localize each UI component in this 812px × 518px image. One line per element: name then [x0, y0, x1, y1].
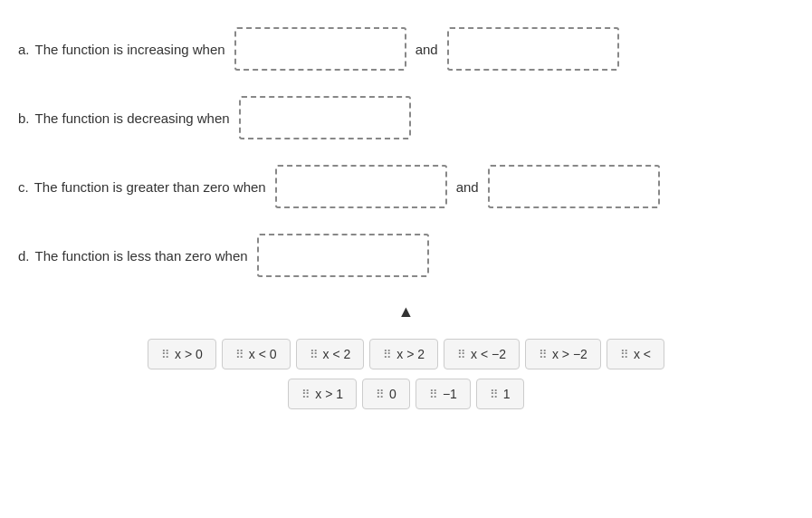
label-a: a. [18, 42, 30, 57]
answer-box-a1[interactable] [234, 27, 406, 71]
and-c: and [456, 179, 479, 195]
and-a: and [416, 42, 438, 57]
tile-x-gt-1[interactable]: ⠿ x > 1 [288, 379, 357, 409]
answer-box-a2[interactable] [447, 27, 619, 71]
tile-label-t9: 0 [389, 387, 396, 401]
tile-0[interactable]: ⠿ 0 [362, 379, 410, 409]
label-c: c. [18, 179, 29, 195]
tiles-row-1: ⠿ x > 0 ⠿ x < 0 ⠿ x < 2 ⠿ x > 2 ⠿ x < −2… [148, 339, 664, 369]
cursor-indicator [18, 302, 794, 321]
answer-box-d1[interactable] [257, 234, 429, 277]
drag-icon-t10: ⠿ [429, 388, 437, 401]
tile-label-t6: x > −2 [552, 347, 588, 361]
drag-icon-t1: ⠿ [161, 348, 169, 361]
tile-label-t5: x < −2 [471, 347, 506, 361]
tile-x-gt-2[interactable]: ⠿ x > 2 [369, 339, 438, 369]
drag-icon-t7: ⠿ [620, 348, 628, 361]
tile-neg1[interactable]: ⠿ −1 [416, 379, 471, 409]
question-row-d: d. The function is less than zero when [18, 234, 794, 277]
tile-label-t3: x < 2 [323, 347, 351, 361]
text-a: The function is increasing when [35, 42, 225, 57]
tile-label-t8: x > 1 [315, 387, 343, 401]
answer-box-c1[interactable] [275, 165, 447, 208]
text-d: The function is less than zero when [35, 248, 248, 264]
tile-label-t2: x < 0 [249, 347, 277, 361]
tiles-row-2: ⠿ x > 1 ⠿ 0 ⠿ −1 ⠿ 1 [288, 379, 523, 409]
tile-x-lt-partial[interactable]: ⠿ x < [607, 339, 664, 369]
tile-x-gt-0[interactable]: ⠿ x > 0 [148, 339, 216, 369]
tile-label-t10: −1 [443, 387, 457, 401]
tile-label-t4: x > 2 [396, 347, 425, 361]
drag-icon-t3: ⠿ [310, 348, 318, 361]
drag-icon-t5: ⠿ [457, 348, 465, 361]
label-d: d. [18, 248, 30, 264]
drag-icon-t4: ⠿ [383, 348, 391, 361]
text-c: The function is greater than zero when [34, 179, 266, 195]
label-b: b. [18, 110, 30, 126]
drag-icon-t9: ⠿ [376, 388, 384, 401]
page-container: a. The function is increasing when and b… [0, 0, 812, 427]
question-row-c: c. The function is greater than zero whe… [18, 165, 794, 208]
drag-icon-t11: ⠿ [490, 388, 498, 401]
tile-x-lt-neg2[interactable]: ⠿ x < −2 [444, 339, 520, 369]
answer-box-c2[interactable] [488, 165, 660, 208]
text-b: The function is decreasing when [35, 110, 230, 126]
tile-x-gt-neg2[interactable]: ⠿ x > −2 [525, 339, 601, 369]
tile-label-t1: x > 0 [175, 347, 203, 361]
question-row-b: b. The function is decreasing when [18, 96, 794, 139]
drag-icon-t6: ⠿ [539, 348, 547, 361]
answer-box-b1[interactable] [239, 96, 411, 139]
drag-icon-t8: ⠿ [301, 388, 310, 401]
question-row-a: a. The function is increasing when and [18, 27, 794, 71]
tile-label-t7: x < [634, 347, 651, 361]
tile-x-lt-0[interactable]: ⠿ x < 0 [222, 339, 291, 369]
drag-icon-t2: ⠿ [235, 348, 244, 361]
tile-1[interactable]: ⠿ 1 [476, 379, 524, 409]
tiles-area: ⠿ x > 0 ⠿ x < 0 ⠿ x < 2 ⠿ x > 2 ⠿ x < −2… [18, 339, 794, 409]
tile-label-t11: 1 [503, 387, 511, 401]
tile-x-lt-2[interactable]: ⠿ x < 2 [296, 339, 365, 369]
